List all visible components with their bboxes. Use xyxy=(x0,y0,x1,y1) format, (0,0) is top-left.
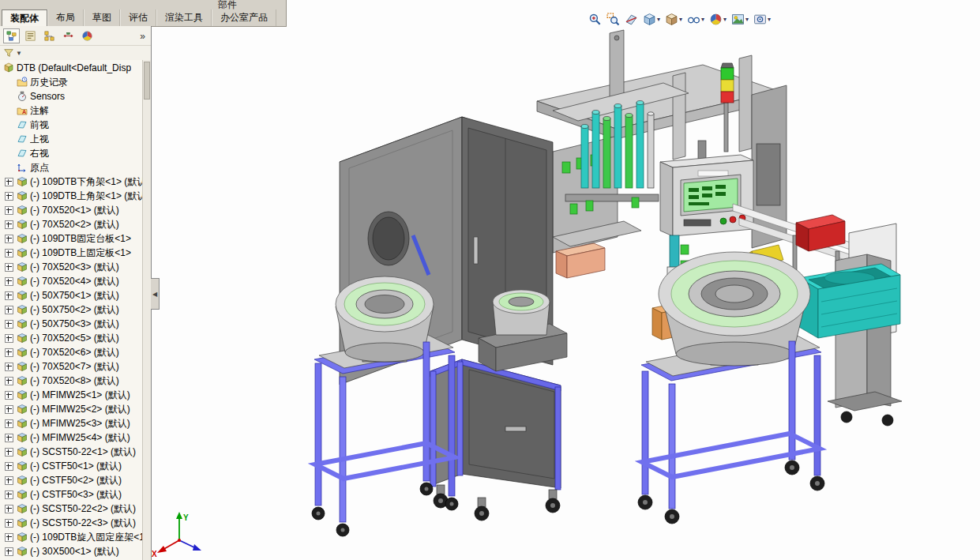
edit-appearance-button[interactable]: ▾ xyxy=(708,10,728,28)
expand-toggle[interactable] xyxy=(5,220,13,229)
ribbon-tab[interactable]: 办公室产品 xyxy=(212,9,276,26)
dropdown-caret-icon[interactable]: ▾ xyxy=(657,17,660,23)
tree-item[interactable]: (-) 50X750<1> (默认) xyxy=(0,288,151,303)
expand-toggle[interactable] xyxy=(5,434,13,442)
expand-toggle[interactable] xyxy=(5,178,13,186)
ribbon-tab[interactable]: 评估 xyxy=(120,9,156,26)
viewport-canvas[interactable]: Y X xyxy=(151,0,980,560)
expand-toggle[interactable] xyxy=(5,334,13,343)
tree-item[interactable]: Sensors xyxy=(0,89,151,103)
tree-item[interactable]: (-) 109DTB上角架<1> (默认) xyxy=(0,189,151,203)
machine-model[interactable]: Y X xyxy=(152,30,902,558)
expand-toggle[interactable] xyxy=(5,377,13,385)
tree-item[interactable]: 上视 xyxy=(0,132,151,146)
dropdown-caret-icon[interactable]: ▾ xyxy=(679,17,682,23)
expand-toggle[interactable] xyxy=(5,405,13,414)
ribbon-tab[interactable]: 渲染工具 xyxy=(156,9,212,26)
tree-item[interactable]: (-) SCST50-22<2> (默认) xyxy=(0,502,151,516)
dropdown-caret-icon[interactable]: ▾ xyxy=(701,17,704,23)
expand-toggle[interactable] xyxy=(5,547,13,556)
expand-toggle[interactable] xyxy=(5,320,13,329)
expand-toggle[interactable] xyxy=(5,448,13,457)
tree-item[interactable]: (-) 70X520<2> (默认) xyxy=(0,217,151,231)
tree-item[interactable]: (-) CSTF50<1> (默认) xyxy=(0,459,151,473)
red-bin[interactable] xyxy=(796,215,845,251)
expand-toggle[interactable] xyxy=(5,490,13,499)
left-bowl-feeder[interactable] xyxy=(336,276,434,362)
tree-item[interactable]: (-) SCST50-22<1> (默认) xyxy=(0,445,151,459)
panel-tab-feature-manager[interactable] xyxy=(3,28,20,43)
tree-item[interactable]: (-) MFIMW25<4> (默认) xyxy=(0,430,151,445)
tree-item[interactable]: (-) SCST50-22<3> (默认) xyxy=(0,516,151,530)
tree-item[interactable]: 原点 xyxy=(0,160,151,175)
ribbon-tab[interactable]: 装配体 xyxy=(2,9,47,26)
expand-toggle[interactable] xyxy=(5,519,13,528)
tree-item[interactable]: (-) 50X750<2> (默认) xyxy=(0,303,151,317)
dropdown-caret-icon[interactable]: ▾ xyxy=(745,17,749,23)
tree-scrollbar[interactable] xyxy=(142,60,151,560)
expand-toggle[interactable] xyxy=(5,419,13,428)
tree-item[interactable]: (-) CSTF50<2> (默认) xyxy=(0,473,151,487)
expand-toggle[interactable] xyxy=(5,249,13,257)
filter-funnel-icon[interactable] xyxy=(3,47,14,58)
tree-item[interactable]: (-) 70X520<7> (默认) xyxy=(0,359,151,374)
tree-item[interactable]: (-) 109DTB固定台板<1> xyxy=(0,231,151,246)
panel-tab-property-manager[interactable] xyxy=(22,28,39,43)
tree-item[interactable]: (-) CSTF50<3> (默认) xyxy=(0,487,151,502)
panel-tab-display-manager[interactable] xyxy=(79,28,96,43)
panel-collapse-button[interactable]: ◀ xyxy=(151,278,160,310)
expand-toggle[interactable] xyxy=(5,235,13,243)
tree-item[interactable]: (-) 109DTB旋入固定座架<1> xyxy=(0,530,151,544)
right-bowl-feeder[interactable] xyxy=(659,252,810,366)
tree-item[interactable]: (-) MFIMW25<1> (默认) xyxy=(0,388,151,402)
tree-item[interactable]: 右视 xyxy=(0,146,151,160)
zoom-area-button[interactable] xyxy=(605,10,621,28)
tree-scrollbar-thumb[interactable] xyxy=(144,62,150,100)
ribbon-tab[interactable]: 布局 xyxy=(47,9,84,26)
tree-item[interactable]: (-) 30X500<1> (默认) xyxy=(0,544,151,558)
tree-item[interactable]: (-) 70X520<6> (默认) xyxy=(0,345,151,359)
view-orientation-button[interactable]: ▾ xyxy=(641,10,662,28)
tree-item[interactable]: (-) 70X520<4> (默认) xyxy=(0,274,151,288)
tree-item[interactable]: (-) MFIMW25<2> (默认) xyxy=(0,402,151,416)
expand-toggle[interactable] xyxy=(5,462,13,471)
expand-toggle[interactable] xyxy=(5,291,13,300)
dropdown-caret-icon[interactable]: ▾ xyxy=(768,17,771,23)
tree-item[interactable]: (-) MFIMW25<3> (默认) xyxy=(0,416,151,430)
expand-toggle[interactable] xyxy=(5,277,13,286)
ribbon-overflow-button[interactable]: 部件 xyxy=(218,0,237,9)
apply-scene-button[interactable]: ▾ xyxy=(730,10,750,28)
tree-item[interactable]: (-) 70X520<8> (默认) xyxy=(0,374,151,388)
expand-toggle[interactable] xyxy=(5,476,13,485)
display-style-button[interactable]: ▾ xyxy=(663,10,684,28)
expand-toggle[interactable] xyxy=(5,263,13,272)
expand-toggle[interactable] xyxy=(5,505,13,513)
filter-dropdown-caret[interactable]: ▼ xyxy=(16,50,22,57)
ribbon-tab[interactable]: 草图 xyxy=(84,9,120,26)
expand-toggle[interactable] xyxy=(5,192,13,201)
view-settings-button[interactable]: ▾ xyxy=(752,10,772,28)
expand-toggle[interactable] xyxy=(5,533,13,542)
tree-root-item[interactable]: DTB (Default<Default_Disp xyxy=(0,61,151,75)
tree-item[interactable]: (-) 70X520<5> (默认) xyxy=(0,331,151,345)
expand-toggle[interactable] xyxy=(5,206,13,215)
zoom-fit-button[interactable] xyxy=(587,10,603,28)
tree-item[interactable]: (-) 70X520<1> (默认) xyxy=(0,203,151,217)
panel-collapse-chevron[interactable]: » xyxy=(137,32,148,41)
graphics-viewport[interactable]: Y X ▾▾▾▾▾▾ xyxy=(151,0,980,560)
tree-item[interactable]: (-) 50X750<3> (默认) xyxy=(0,317,151,331)
section-view-button[interactable] xyxy=(623,10,640,28)
tree-item[interactable]: (-) 109DTB下角架<1> (默认) xyxy=(0,175,151,189)
tree-item[interactable]: (-) 109DTB上固定板<1> xyxy=(0,246,151,260)
hide-show-items-button[interactable]: ▾ xyxy=(685,10,706,28)
expand-toggle[interactable] xyxy=(5,306,13,314)
tree-item[interactable]: (-) 70X520<3> (默认) xyxy=(0,260,151,274)
tree-item[interactable]: 前视 xyxy=(0,118,151,132)
tree-item[interactable]: 注解 xyxy=(0,103,151,118)
panel-tab-dimxpert-manager[interactable] xyxy=(60,28,77,43)
dropdown-caret-icon[interactable]: ▾ xyxy=(723,17,727,23)
panel-tab-configuration-manager[interactable] xyxy=(41,28,58,43)
expand-toggle[interactable] xyxy=(5,363,13,371)
tree-item[interactable]: 历史记录 xyxy=(0,75,151,89)
expand-toggle[interactable] xyxy=(5,348,13,357)
